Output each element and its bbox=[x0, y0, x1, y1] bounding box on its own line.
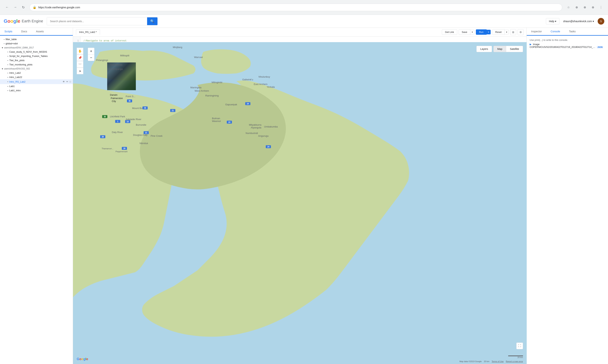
forward-button[interactable]: → bbox=[12, 4, 18, 11]
map-label-wurrumiyanga: Wurrumiyanga bbox=[107, 68, 123, 70]
map-label-alyangula: Alyangula bbox=[251, 126, 261, 129]
map-label-yirrkala: Yirrkala bbox=[267, 86, 275, 88]
list-item[interactable]: ▪ Intro_Lab2 bbox=[0, 71, 73, 75]
file-label: Intro_Lab2 bbox=[9, 72, 21, 74]
list-item[interactable]: ▪ Script_for_importing_Fusion_Tables bbox=[0, 54, 73, 58]
save-button[interactable]: Save bbox=[459, 29, 470, 35]
list-item[interactable]: ▪ filter_table bbox=[0, 37, 73, 41]
map-label-nhulunbuy: Nhulunbuy bbox=[259, 75, 270, 78]
file-label: Intro_RS_Lab2 bbox=[9, 80, 25, 83]
list-item[interactable]: ▪ Intro_Lab22 bbox=[0, 75, 73, 79]
reset-dropdown: Reset ▾ bbox=[492, 29, 509, 35]
list-item[interactable]: ▪ Intro_RS_Lab2 👁 ✏ □ bbox=[0, 79, 73, 84]
search-button[interactable]: 🔍 bbox=[147, 17, 157, 25]
satellite-image-overlay bbox=[107, 63, 136, 90]
right-panel: Inspector Console Tasks Use print(...) t… bbox=[527, 28, 608, 51]
address-bar[interactable]: 🔒 https://code.earthengine.google.com bbox=[30, 4, 562, 11]
reset-button[interactable]: Reset bbox=[492, 29, 505, 35]
map-attribution: Map data ©2019 Google 20 km Terms of Use… bbox=[459, 360, 523, 363]
file-label: Case_study_5_NDVI_from_MODIS bbox=[9, 51, 47, 53]
ext-button-1[interactable]: ⊕ bbox=[573, 4, 580, 11]
terms-link[interactable]: Terms of Use bbox=[492, 360, 504, 363]
map-label-angurugu: Angurugu bbox=[258, 134, 269, 137]
satellite-image bbox=[107, 63, 136, 90]
search-input[interactable] bbox=[47, 17, 147, 25]
item-edit-button[interactable]: ✏ bbox=[66, 80, 69, 83]
run-dropdown-arrow[interactable]: ▾ bbox=[487, 30, 491, 34]
file-icon: ▪ bbox=[7, 89, 8, 92]
tab-assets[interactable]: Assets bbox=[32, 28, 48, 36]
map-label-west-arnhem: West Arnhem bbox=[194, 90, 209, 92]
map-label-ramingining: Ramingining bbox=[205, 94, 219, 97]
save-dropdown: Save ▾ bbox=[459, 29, 475, 35]
map-label-nitmiluk: Nitmiluk bbox=[140, 142, 148, 145]
app-header: Google Earth Engine 🔍 Help ▾ shaun@shaun… bbox=[0, 15, 608, 28]
file-label: Script_for_importing_Fusion_Tables bbox=[9, 55, 48, 57]
map-label-burrundie: Burrundie bbox=[136, 123, 146, 126]
reset-dropdown-arrow[interactable]: ▾ bbox=[505, 30, 509, 34]
list-item[interactable]: ▪ Tiwi_monitoring_plots bbox=[0, 63, 73, 67]
road-marker-36a: 36 bbox=[127, 99, 132, 102]
tab-inspector[interactable]: Inspector bbox=[527, 28, 546, 35]
item-visibility-button[interactable]: 👁 bbox=[62, 80, 65, 83]
hand-tool-button[interactable]: ✋ bbox=[77, 48, 83, 54]
scale-text: 20 km bbox=[484, 360, 489, 363]
ext-button-3[interactable]: ⊕ bbox=[590, 4, 596, 11]
tab-console[interactable]: Console bbox=[546, 28, 565, 36]
file-icon: ▪ bbox=[4, 42, 4, 45]
list-item[interactable]: ▪ Lab1 bbox=[0, 84, 73, 88]
search-container: 🔍 bbox=[47, 17, 158, 25]
arrow-tool-button[interactable]: ➤ bbox=[77, 68, 83, 74]
settings-button[interactable]: ⚙ bbox=[518, 29, 524, 35]
map-label-east-arnhem: East Arnhem bbox=[254, 83, 267, 86]
map-label-palmerston: Palmerston bbox=[111, 97, 123, 100]
zoom-out-button[interactable]: − bbox=[88, 54, 94, 61]
item-delete-button[interactable]: □ bbox=[69, 80, 71, 83]
grid-view-button[interactable]: ⊞ bbox=[510, 29, 516, 35]
folder-env202[interactable]: ▼ users/shaun/ENV202_502 bbox=[0, 67, 73, 71]
user-email[interactable]: shaun@shaunlevick.com ▾ bbox=[563, 20, 594, 23]
file-icon: ▪ bbox=[7, 76, 8, 78]
file-icon: ▪ bbox=[7, 80, 8, 83]
folder-env-emm[interactable]: ▼ users/shaun/ENV_EMM_2017 bbox=[0, 46, 73, 50]
google-map-logo: Google bbox=[77, 357, 88, 361]
layers-button[interactable]: Layers bbox=[477, 46, 492, 52]
list-item[interactable]: ▪ Tiwi_fire_plots bbox=[0, 58, 73, 63]
bookmark-button[interactable]: ☆ bbox=[565, 4, 572, 11]
list-item[interactable]: ▪ global+ndvi bbox=[0, 41, 73, 46]
run-button[interactable]: Run bbox=[476, 29, 487, 35]
marker-tool-button[interactable]: 📌 bbox=[77, 54, 83, 61]
menu-button[interactable]: ⋮ bbox=[598, 4, 604, 11]
map-type-map-button[interactable]: Map bbox=[493, 46, 506, 52]
console-result-text: Image COPERNICUS/S2/20180422T012719_2018… bbox=[530, 43, 595, 48]
tab-tasks[interactable]: Tasks bbox=[565, 28, 580, 35]
fullscreen-button[interactable]: ⛶ bbox=[516, 343, 523, 349]
list-item[interactable]: ▪ Lab1_intro bbox=[0, 88, 73, 92]
tab-docs[interactable]: Docs bbox=[17, 28, 32, 36]
line-tool-button[interactable]: 〰 bbox=[77, 61, 83, 68]
file-icon: ▪ bbox=[7, 51, 8, 53]
file-label: Lab1_intro bbox=[9, 89, 21, 92]
map-svg bbox=[73, 42, 527, 364]
get-link-button[interactable]: Get Link bbox=[442, 29, 457, 35]
map-area[interactable]: Minjilang Pirlangimpi Milikapiti Tiwi Is… bbox=[73, 42, 527, 364]
folder-label: users/shaun/ENV_EMM_2017 bbox=[4, 46, 34, 49]
ext-button-2[interactable]: ⊕ bbox=[581, 4, 588, 11]
json-badge[interactable]: JSON bbox=[597, 46, 603, 48]
list-item[interactable]: ▪ Case_study_5_NDVI_from_MODIS bbox=[0, 50, 73, 54]
map-type-satellite-button[interactable]: Satellite bbox=[506, 46, 523, 52]
console-result[interactable]: ▶ Image COPERNICUS/S2/20180422T012719_20… bbox=[530, 43, 605, 48]
map-label-city: City bbox=[112, 100, 116, 103]
tab-scripts[interactable]: Scripts bbox=[0, 28, 17, 36]
map-label-minjilang: Minjilang bbox=[173, 46, 182, 49]
reload-button[interactable]: ↻ bbox=[20, 4, 27, 11]
save-dropdown-arrow[interactable]: ▾ bbox=[470, 30, 474, 34]
file-icon: ▪ bbox=[7, 85, 8, 88]
back-button[interactable]: ← bbox=[4, 4, 10, 11]
help-button[interactable]: Help ▾ bbox=[546, 18, 560, 24]
report-link[interactable]: Report a map error bbox=[506, 360, 523, 363]
zoom-in-button[interactable]: + bbox=[88, 48, 94, 54]
editor-file-tab[interactable]: Intro_RS_Lab2 * bbox=[76, 29, 100, 35]
user-avatar: S bbox=[598, 18, 604, 25]
road-marker-28b: 28 bbox=[122, 147, 127, 150]
